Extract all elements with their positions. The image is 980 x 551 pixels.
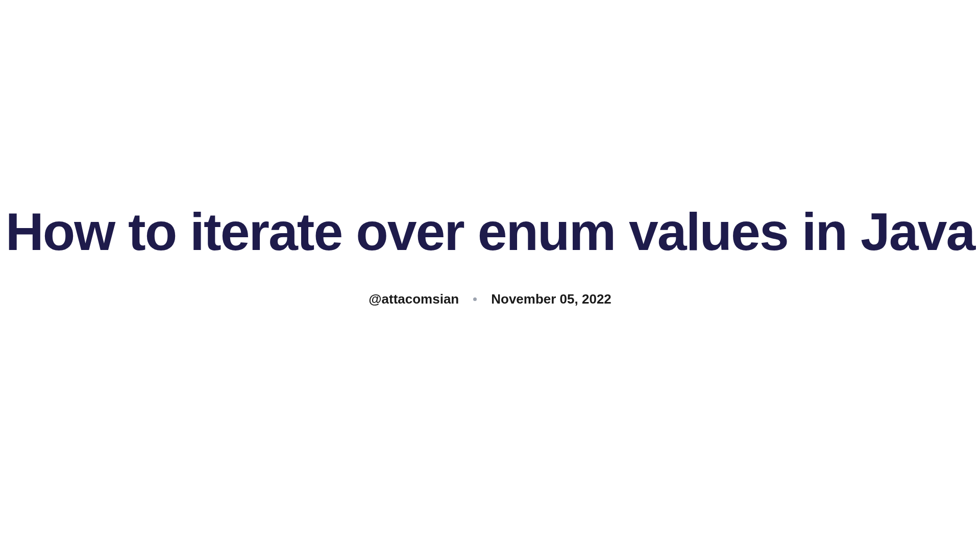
- article-meta: @attacomsian November 05, 2022: [369, 291, 611, 307]
- author-handle: @attacomsian: [369, 291, 459, 307]
- dot-separator-icon: [473, 297, 477, 301]
- article-header: How to iterate over enum values in Java …: [6, 203, 975, 307]
- article-title: How to iterate over enum values in Java: [6, 203, 975, 260]
- publish-date: November 05, 2022: [491, 291, 611, 307]
